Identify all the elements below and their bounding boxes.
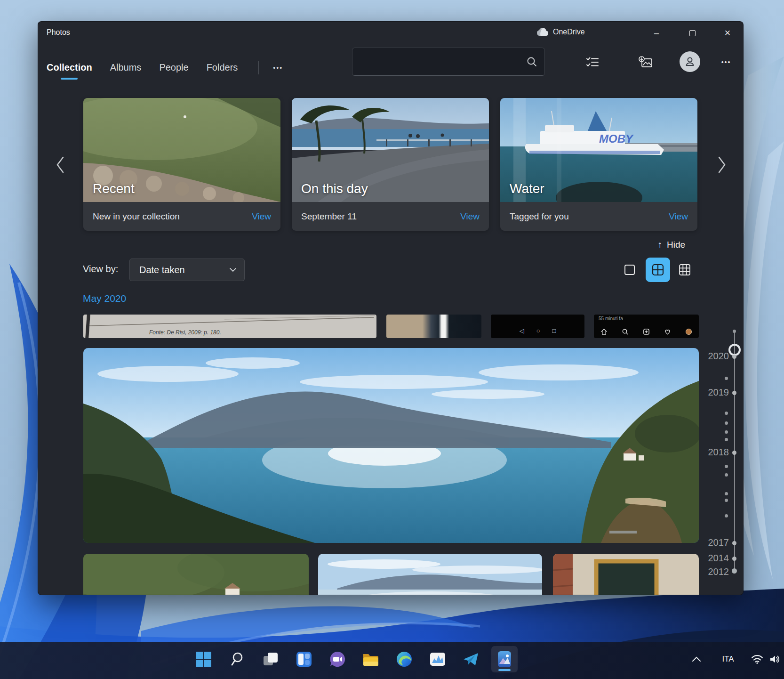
telegram-button[interactable] — [458, 646, 484, 672]
home-icon — [600, 328, 608, 335]
select-items-button[interactable] — [580, 51, 605, 73]
see-more-button[interactable]: ••• — [714, 51, 738, 73]
chevron-left-icon — [55, 155, 65, 174]
search-icon[interactable] — [527, 57, 537, 67]
taskbar-search-button[interactable] — [224, 646, 250, 672]
water-card[interactable]: MOBY Water Tagged for you View — [500, 98, 697, 231]
close-button[interactable]: × — [717, 24, 738, 42]
tab-folders-label: Folders — [207, 62, 238, 73]
search-input[interactable] — [352, 57, 527, 67]
water-card-subtitle: Tagged for you — [510, 211, 569, 222]
heart-icon — [664, 328, 671, 335]
file-explorer-button[interactable] — [358, 646, 384, 672]
photo-thumbnail-instagram-screenshot[interactable]: 55 minuti fa — [594, 315, 699, 338]
timeline-month-dot — [725, 499, 728, 502]
tab-collection[interactable]: Collection — [47, 60, 92, 75]
account-button[interactable] — [680, 51, 700, 72]
tab-albums[interactable]: Albums — [110, 60, 142, 75]
tab-people[interactable]: People — [159, 60, 188, 75]
onedrive-status[interactable]: OneDrive — [535, 27, 585, 36]
zoom-level-large-button[interactable] — [618, 259, 641, 281]
language-indicator[interactable]: ITA — [717, 646, 739, 672]
minimize-button[interactable]: – — [646, 24, 667, 42]
recent-card-subtitle: New in your collection — [93, 211, 180, 222]
photo-large-bay-panorama[interactable] — [83, 348, 699, 543]
photos-app-window: Photos OneDrive – × Collection Albums — [38, 21, 744, 595]
start-button[interactable] — [191, 646, 217, 672]
timeline-year-2018[interactable]: 2018 — [688, 447, 729, 458]
onedrive-cloud-icon — [535, 27, 548, 36]
hide-label: Hide — [667, 240, 685, 250]
tray-show-hidden-icons-button[interactable] — [688, 646, 705, 672]
on-this-day-card-image: On this day — [292, 98, 489, 202]
top-navigation: Collection Albums People Folders ••• — [47, 60, 287, 75]
on-this-day-card-title: On this day — [301, 181, 368, 196]
new-post-icon — [643, 328, 650, 335]
recent-card-title: Recent — [93, 181, 135, 196]
timeline-year-2019[interactable]: 2019 — [688, 387, 729, 398]
recent-card-caption: New in your collection View — [83, 202, 280, 231]
widgets-button[interactable] — [291, 646, 317, 672]
water-card-caption: Tagged for you View — [500, 202, 697, 231]
water-image-text: MOBY — [599, 132, 634, 145]
recent-card[interactable]: Recent New in your collection View — [83, 98, 280, 231]
edge-browser-button[interactable] — [391, 646, 417, 672]
month-group-header[interactable]: May 2020 — [83, 293, 126, 304]
water-card-image: MOBY Water — [500, 98, 697, 202]
volume-icon — [769, 655, 781, 664]
taskbar: ITA — [0, 642, 784, 679]
task-view-button[interactable] — [257, 646, 284, 672]
wifi-status-button[interactable] — [749, 646, 765, 672]
carousel-previous-button[interactable] — [50, 153, 70, 177]
hide-carousel-button[interactable]: ↑ Hide — [657, 239, 685, 250]
timeline-year-2020[interactable]: 2020 — [688, 351, 729, 362]
search-box — [352, 48, 545, 76]
volume-status-button[interactable] — [766, 646, 784, 672]
on-this-day-card[interactable]: On this day September 11 View — [292, 98, 489, 231]
nav-overflow-button[interactable]: ••• — [269, 61, 287, 74]
photo-thumbnail-scan[interactable]: Fonte: De Risi, 2009: p. 180. — [83, 315, 376, 338]
select-list-icon — [586, 57, 599, 68]
timeline-month-dot — [725, 465, 728, 468]
android-back-icon: ◁ — [520, 327, 524, 334]
taskbar-search-icon — [230, 652, 244, 667]
timeline-month-dot — [725, 514, 728, 517]
photo-bay-panorama-pale[interactable] — [318, 554, 542, 595]
tab-collection-label: Collection — [47, 62, 92, 73]
photo-coastal-hillside[interactable] — [83, 554, 309, 595]
on-this-day-card-caption: September 11 View — [292, 202, 489, 231]
chevron-up-icon — [691, 656, 702, 663]
photos-app-button-active[interactable] — [491, 646, 518, 672]
grid-2x2-icon — [652, 264, 664, 276]
widgets-icon — [296, 651, 312, 667]
app-title: Photos — [47, 28, 70, 37]
tab-folders[interactable]: Folders — [207, 60, 238, 75]
close-icon: × — [725, 27, 731, 39]
timeline-year-tick — [732, 557, 736, 561]
view-by-dropdown[interactable]: Date taken — [129, 259, 245, 281]
photo-thumbnail-android-screenshot[interactable]: ◁ ○ □ — [491, 315, 584, 338]
recent-card-image: Recent — [83, 98, 280, 202]
timeline-year-tick — [732, 451, 736, 455]
view-by-label: View by: — [83, 264, 118, 275]
photo-interior-framed-picture[interactable] — [553, 554, 699, 595]
zoom-level-medium-button-selected[interactable] — [646, 258, 670, 282]
profile-avatar-icon — [685, 328, 692, 335]
instagram-nav-bar — [600, 328, 692, 335]
grid-3x3-icon — [679, 264, 691, 276]
monitor-app-button[interactable] — [424, 646, 451, 672]
import-button[interactable] — [633, 51, 658, 73]
desktop: Photos OneDrive – × Collection Albums — [0, 0, 784, 679]
photo-thumbnail[interactable] — [386, 315, 481, 338]
active-tab-indicator — [61, 78, 78, 80]
timeline-month-dot — [725, 473, 728, 477]
recent-view-link[interactable]: View — [252, 211, 271, 222]
timeline-year-2017[interactable]: 2017 — [688, 537, 729, 548]
scan-caption-text: Fonte: De Risi, 2009: p. 180. — [149, 329, 221, 336]
carousel-next-button[interactable] — [712, 153, 732, 177]
chat-button[interactable] — [324, 646, 351, 672]
maximize-button[interactable] — [681, 24, 703, 42]
zoom-level-small-button[interactable] — [673, 259, 696, 281]
water-view-link[interactable]: View — [669, 211, 688, 222]
on-this-day-view-link[interactable]: View — [460, 211, 480, 222]
